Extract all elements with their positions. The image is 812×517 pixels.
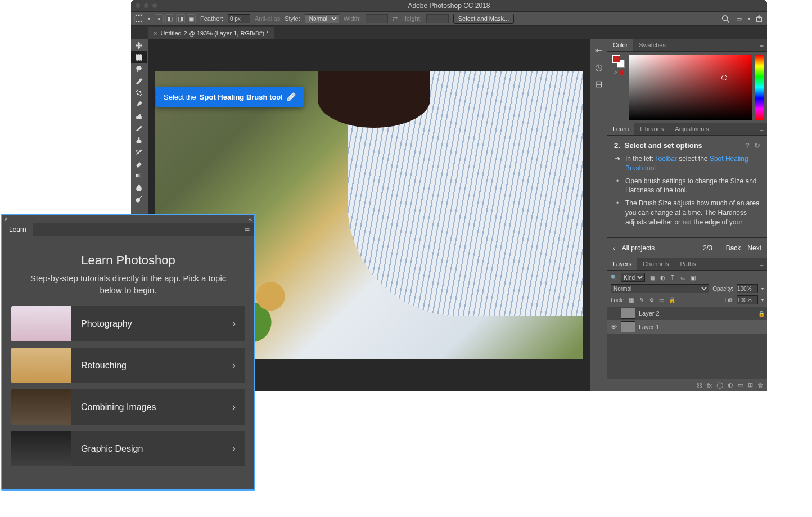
expand-icon[interactable]: ⇤ — [594, 45, 604, 55]
close-icon[interactable]: × — [4, 216, 8, 222]
all-projects-link[interactable]: All projects — [622, 244, 655, 252]
filter-shape-icon[interactable]: ▭ — [679, 273, 687, 281]
marquee-tool-preset-icon[interactable] — [134, 14, 143, 23]
layer-name[interactable]: Layer 1 — [639, 323, 660, 330]
blur-tool-icon[interactable] — [131, 181, 147, 193]
gamut-warning-icon[interactable]: ⚠ — [613, 70, 624, 75]
link-layers-icon[interactable]: ⛓ — [696, 382, 702, 389]
add-selection-icon[interactable]: ◧ — [165, 14, 174, 23]
chevron-down-icon[interactable]: ▾ — [761, 286, 764, 291]
feather-input[interactable] — [228, 14, 250, 23]
layer-thumb[interactable] — [621, 308, 635, 319]
mask-icon[interactable]: ◯ — [716, 381, 723, 389]
dodge-tool-icon[interactable] — [131, 193, 147, 205]
next-button[interactable]: Next — [747, 244, 761, 252]
layer-row[interactable]: 👁 Layer 1 — [607, 320, 767, 334]
brush-tool-icon[interactable] — [131, 122, 147, 134]
healing-brush-tool-icon[interactable] — [131, 110, 147, 122]
adjustment-layer-icon[interactable]: ◐ — [728, 381, 733, 389]
filter-smart-icon[interactable]: ▣ — [689, 273, 697, 281]
search-icon[interactable] — [721, 14, 730, 23]
share-icon[interactable] — [755, 14, 764, 23]
panel-menu-icon[interactable]: ≡ — [757, 258, 767, 270]
document-tab[interactable]: × Untitled-2 @ 193% (Layer 1, RGB/8#) * — [148, 27, 274, 39]
tab-swatches[interactable]: Swatches — [633, 39, 671, 51]
help-icon[interactable]: ? — [745, 141, 750, 150]
topic-photography[interactable]: Photography › — [11, 306, 245, 341]
fill-input[interactable] — [737, 295, 758, 304]
move-tool-icon[interactable] — [131, 39, 147, 51]
close-icon[interactable]: × — [154, 30, 157, 37]
history-brush-tool-icon[interactable] — [131, 146, 147, 158]
style-select[interactable]: Normal — [305, 14, 339, 23]
layer-name[interactable]: Layer 2 — [639, 310, 660, 317]
width-input[interactable] — [366, 14, 388, 23]
eyedropper-tool-icon[interactable] — [131, 98, 147, 110]
lasso-tool-icon[interactable] — [131, 63, 147, 75]
tab-channels[interactable]: Channels — [637, 258, 674, 270]
group-icon[interactable]: ▭ — [738, 381, 743, 389]
clone-stamp-tool-icon[interactable] — [131, 134, 147, 146]
chevron-down-icon[interactable]: ▾ — [748, 16, 750, 21]
topic-retouching[interactable]: Retouching › — [11, 348, 245, 383]
marquee-tool-icon[interactable] — [131, 51, 147, 63]
lock-position-icon[interactable]: ✥ — [648, 296, 656, 304]
search-small-icon[interactable]: 🔍 — [611, 275, 617, 281]
color-picker[interactable] — [629, 55, 752, 120]
history-icon[interactable]: ◷ — [594, 62, 604, 72]
workspace-icon[interactable]: ▭ — [734, 14, 743, 23]
tab-layers[interactable]: Layers — [607, 258, 637, 270]
collapse-icon[interactable]: « — [249, 216, 252, 222]
tab-paths[interactable]: Paths — [675, 258, 702, 270]
chevron-left-icon[interactable]: ‹ — [613, 245, 615, 251]
fx-icon[interactable]: fx — [707, 382, 712, 389]
filter-kind-select[interactable]: Kind — [621, 273, 645, 282]
swap-icon[interactable]: ⇄ — [393, 15, 398, 23]
topic-combining-images[interactable]: Combining Images › — [11, 389, 245, 425]
filter-pixel-icon[interactable]: ▦ — [648, 273, 656, 281]
tab-learn[interactable]: Learn — [607, 123, 634, 135]
delete-icon[interactable]: 🗑 — [757, 382, 764, 389]
properties-icon[interactable]: ⊟ — [594, 79, 604, 89]
crop-tool-icon[interactable] — [131, 87, 147, 98]
tab-libraries[interactable]: Libraries — [634, 123, 669, 135]
tab-adjustments[interactable]: Adjustments — [669, 123, 715, 135]
layer-row[interactable]: Layer 2 🔒 — [607, 307, 767, 320]
subtract-selection-icon[interactable]: ◨ — [176, 14, 185, 23]
lock-artboard-icon[interactable]: ▭ — [658, 296, 666, 304]
eraser-tool-icon[interactable] — [131, 158, 147, 169]
chevron-down-icon[interactable]: ▾ — [761, 298, 764, 303]
magic-wand-tool-icon[interactable] — [131, 75, 147, 87]
arrow-icon: ➔ — [614, 154, 621, 173]
chevron-down-icon[interactable]: ▾ — [148, 16, 150, 21]
lock-transparent-icon[interactable]: ▦ — [628, 296, 635, 304]
height-input[interactable] — [426, 14, 449, 23]
lock-icon[interactable]: 🔒 — [758, 311, 765, 317]
style-label: Style: — [285, 15, 300, 22]
tab-learn[interactable]: Learn — [2, 223, 33, 236]
gradient-tool-icon[interactable] — [131, 169, 147, 181]
intersect-selection-icon[interactable]: ▣ — [187, 14, 196, 23]
back-button[interactable]: Back — [726, 244, 741, 252]
lock-image-icon[interactable]: ✎ — [638, 296, 646, 304]
visibility-icon[interactable]: 👁 — [610, 323, 617, 330]
filter-type-icon[interactable]: T — [669, 273, 676, 281]
tab-color[interactable]: Color — [607, 39, 633, 51]
blend-mode-select[interactable]: Normal — [611, 284, 709, 293]
layer-thumb[interactable] — [621, 321, 635, 332]
learn-subtitle: Step-by-step tutorials directly in the a… — [22, 272, 234, 296]
fg-bg-swatch[interactable] — [612, 55, 625, 68]
hue-slider[interactable] — [755, 55, 764, 120]
panel-menu-icon[interactable]: ≡ — [757, 123, 767, 135]
filter-adjust-icon[interactable]: ◐ — [658, 273, 666, 281]
topic-graphic-design[interactable]: Graphic Design › — [11, 431, 245, 466]
select-and-mask-button[interactable]: Select and Mask... — [453, 14, 515, 24]
reset-icon[interactable]: ↻ — [754, 141, 760, 150]
toolbar-link[interactable]: Toolbar — [655, 155, 676, 163]
new-selection-icon[interactable]: ▪ — [155, 14, 164, 23]
new-layer-icon[interactable]: ⊞ — [748, 381, 753, 389]
opacity-input[interactable] — [737, 284, 758, 293]
panel-menu-icon[interactable]: ≡ — [240, 223, 254, 236]
lock-all-icon[interactable]: 🔒 — [668, 296, 676, 304]
panel-menu-icon[interactable]: ≡ — [757, 39, 767, 51]
